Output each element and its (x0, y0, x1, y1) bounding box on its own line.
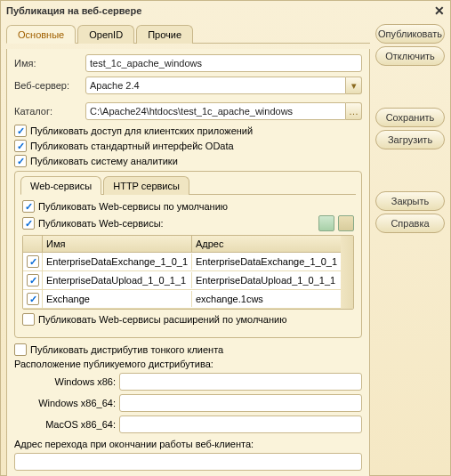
name-label: Имя: (14, 58, 82, 69)
catalog-label: Каталог: (14, 106, 82, 117)
save-button[interactable]: Сохранить (375, 108, 445, 127)
tab-openid[interactable]: OpenID (77, 25, 134, 44)
checkbox-ws-publish[interactable] (22, 217, 35, 230)
server-label: Веб-сервер: (14, 80, 82, 91)
help-button[interactable]: Справка (375, 214, 445, 233)
main-tabs: Основные OpenID Прочие (6, 24, 370, 44)
row-checkbox[interactable] (27, 255, 39, 268)
mac-input[interactable] (119, 415, 362, 433)
publish-button[interactable]: Опубликовать (375, 24, 445, 44)
checkbox-thin-client[interactable] (14, 343, 27, 356)
load-button[interactable]: Загрузить (375, 130, 445, 149)
checkbox-ws-ext[interactable] (22, 313, 35, 326)
main-panel: Имя: Веб-сервер: ▾ Каталог: … (6, 49, 370, 476)
table-row[interactable]: Exchange exchange.1cws (23, 290, 341, 309)
winx86-label: Windows x86: (14, 376, 116, 387)
dialog-window: Публикация на веб-сервере ✕ Основные Ope… (0, 0, 451, 476)
close-button[interactable]: Закрыть (375, 191, 445, 211)
checkbox-thin-client-label: Публиковать дистрибутив тонкого клиента (30, 344, 223, 355)
col-addr[interactable]: Адрес (192, 236, 341, 252)
checkbox-odata[interactable] (14, 140, 27, 152)
window-title: Публикация на веб-сервере (6, 5, 141, 16)
deselect-all-icon[interactable] (338, 215, 354, 231)
tab-main[interactable]: Основные (6, 25, 76, 44)
checkbox-analytics[interactable] (14, 155, 27, 167)
scrollbar[interactable] (341, 236, 353, 309)
catalog-input[interactable] (85, 102, 346, 120)
cell-name: Exchange (43, 291, 192, 307)
col-name[interactable]: Имя (43, 236, 192, 252)
cell-addr: exchange.1cws (192, 291, 341, 307)
tab-http-services[interactable]: HTTP сервисы (103, 176, 189, 195)
redirect-label: Адрес перехода при окончании работы веб-… (14, 439, 362, 449)
cell-addr: EnterpriseDataExchange_1_0_1 (192, 254, 341, 270)
dist-location-label: Расположение публикуемого дистрибутива: (14, 359, 362, 369)
tab-other[interactable]: Прочие (136, 25, 193, 44)
checkbox-ws-publish-label: Публиковать Web-сервисы: (38, 218, 164, 229)
ws-table: Имя Адрес EnterpriseDataExchange_1_0_1 E… (22, 235, 354, 310)
titlebar: Публикация на веб-сервере ✕ (1, 1, 450, 20)
col-check[interactable] (23, 236, 43, 252)
browse-button[interactable]: … (346, 102, 362, 120)
redirect-input[interactable] (14, 453, 362, 471)
winx8664-label: Windows x86_64: (14, 398, 116, 408)
checkbox-analytics-label: Публиковать систему аналитики (30, 156, 178, 166)
checkbox-ws-default[interactable] (22, 200, 35, 213)
chevron-down-icon[interactable]: ▾ (346, 77, 362, 94)
button-column: Опубликовать Отключить Сохранить Загрузи… (375, 24, 445, 476)
checkbox-ws-default-label: Публиковать Web-сервисы по умолчанию (38, 201, 228, 212)
cell-name: EnterpriseDataExchange_1_0_1 (43, 254, 192, 270)
select-all-icon[interactable] (318, 215, 334, 231)
winx86-input[interactable] (119, 373, 362, 391)
winx8664-input[interactable] (119, 394, 362, 412)
disconnect-button[interactable]: Отключить (375, 46, 445, 66)
name-input[interactable] (85, 54, 362, 72)
services-panel: Web-сервисы HTTP сервисы Публиковать Web… (14, 171, 362, 338)
close-icon[interactable]: ✕ (434, 4, 445, 18)
row-checkbox[interactable] (27, 274, 39, 286)
row-checkbox[interactable] (27, 293, 39, 305)
checkbox-odata-label: Публиковать стандартный интерфейс OData (30, 141, 234, 151)
checkbox-ws-ext-label: Публиковать Web-сервисы расширений по ум… (38, 314, 286, 325)
table-row[interactable]: EnterpriseDataExchange_1_0_1 EnterpriseD… (23, 253, 341, 271)
server-select[interactable] (85, 77, 346, 94)
cell-name: EnterpriseDataUpload_1_0_1_1 (43, 272, 192, 288)
table-row[interactable]: EnterpriseDataUpload_1_0_1_1 EnterpriseD… (23, 271, 341, 290)
tab-web-services[interactable]: Web-сервисы (20, 176, 101, 195)
checkbox-client-apps[interactable] (14, 125, 27, 137)
checkbox-client-apps-label: Публиковать доступ для клиентских прилож… (30, 125, 253, 136)
mac-label: MacOS x86_64: (14, 419, 116, 430)
cell-addr: EnterpriseDataUpload_1_0_1_1 (192, 272, 341, 288)
